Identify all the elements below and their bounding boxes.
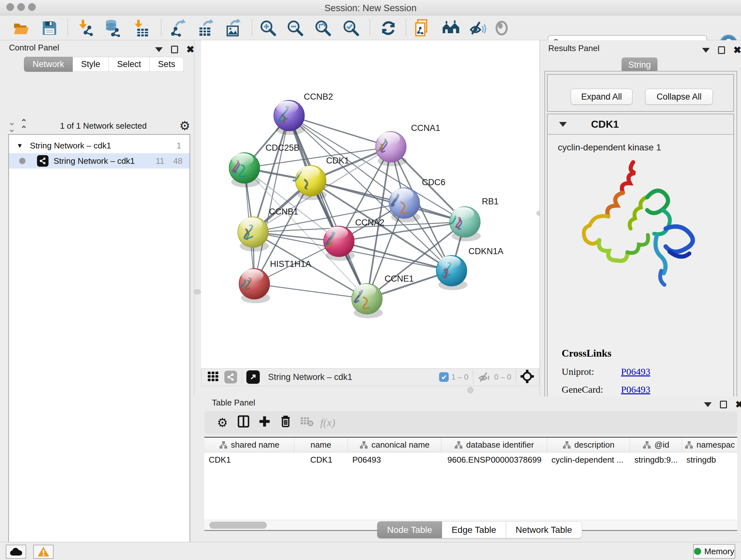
tab-sets[interactable]: Sets [150, 57, 184, 72]
uniprot-link[interactable]: P06493 [621, 366, 650, 377]
tab-network-table[interactable]: Network Table [506, 521, 582, 538]
close-panel-icon[interactable]: ✖ [735, 400, 741, 409]
first-neighbors-button[interactable] [442, 19, 460, 37]
zoom-fit-button[interactable] [314, 19, 332, 37]
table-options-gear-icon[interactable]: ⚙ [212, 416, 233, 430]
memory-button[interactable]: Memory [693, 544, 735, 559]
tab-string[interactable]: String [622, 57, 657, 72]
cloud-status-button[interactable] [6, 545, 26, 559]
cell-database-identifier: 9606.ENSP00000378699 [441, 452, 547, 468]
import-network-icon [77, 19, 94, 37]
scrollbar-thumb[interactable] [209, 522, 267, 529]
string-results-container: Expand All Collapse All CDK1 cyclin-depe… [544, 71, 737, 414]
node-label-CCNB2: CCNB2 [304, 92, 333, 102]
toolbar-separator [161, 19, 161, 37]
save-session-button[interactable] [40, 19, 59, 37]
export-image-button[interactable] [224, 19, 242, 37]
close-panel-icon[interactable]: ✖ [733, 45, 741, 55]
close-panel-icon[interactable]: ✖ [186, 45, 194, 54]
collapse-section-caret-icon[interactable] [559, 122, 567, 127]
birds-eye-view-button[interactable] [246, 370, 260, 384]
warnings-button[interactable] [33, 545, 54, 559]
column-header-name[interactable]: name [294, 438, 348, 452]
tab-style[interactable]: Style [73, 57, 109, 72]
network-options-gear-icon[interactable]: ⚙ [179, 120, 190, 132]
add-column-icon[interactable] [254, 416, 275, 430]
edge-count: 48 [173, 156, 183, 166]
network-view-button[interactable] [224, 371, 237, 383]
crosslink-label: Uniprot: [562, 366, 621, 377]
column-header-database-identifier[interactable]: database identifier [441, 438, 547, 452]
eye-icon [493, 20, 510, 36]
open-session-button[interactable] [12, 19, 30, 37]
network-selection-status: 1 of 1 Network selected [27, 121, 179, 131]
tab-select[interactable]: Select [109, 57, 150, 72]
toolbar-separator [252, 19, 253, 37]
share-icon [226, 373, 235, 381]
panel-menu-caret-icon[interactable] [702, 48, 710, 53]
export-network-button[interactable] [170, 19, 188, 37]
network-row[interactable]: String Network – cdk1 11 48 [9, 153, 190, 169]
collapse-all-button[interactable]: Collapse All [645, 89, 713, 105]
expand-all-chevron-icon[interactable]: ⌃⌃ [20, 119, 27, 132]
hide-selected-button[interactable] [468, 19, 487, 37]
expand-all-button[interactable]: Expand All [570, 89, 632, 105]
delete-table-icon [296, 416, 317, 430]
cell-name: CDK1 [294, 452, 348, 468]
export-table-icon [198, 19, 214, 37]
show-columns-icon[interactable] [233, 415, 254, 430]
panel-menu-caret-icon[interactable] [704, 402, 712, 407]
collapse-all-chevron-icon[interactable]: ⌄⌄ [8, 119, 15, 132]
column-header-namespace[interactable]: namespac [682, 438, 737, 452]
delete-column-icon[interactable] [275, 415, 296, 431]
export-table-button[interactable] [197, 19, 215, 37]
splitter-handle[interactable] [467, 387, 474, 393]
show-all-button[interactable] [492, 19, 511, 37]
column-header-description[interactable]: description [547, 438, 630, 452]
tab-edge-table[interactable]: Edge Table [442, 521, 506, 538]
node-label-CCNB1: CCNB1 [269, 207, 298, 216]
float-panel-icon[interactable] [720, 401, 727, 408]
import-database-button[interactable] [103, 19, 122, 37]
zoom-in-button[interactable] [259, 19, 277, 37]
float-panel-icon[interactable] [718, 46, 725, 54]
tab-node-table[interactable]: Node Table [377, 521, 442, 538]
collection-expander-icon[interactable]: ▼ [17, 142, 23, 149]
column-type-icon [454, 441, 463, 449]
column-header-id[interactable]: @id [630, 438, 682, 452]
splitter-handle[interactable] [194, 289, 201, 294]
table-panel: Table Panel ✖ ⚙ f(x) [201, 396, 741, 542]
float-panel-icon[interactable] [171, 46, 178, 53]
tab-network[interactable]: Network [24, 57, 73, 72]
collection-name: String Network – cdk1 [30, 141, 111, 151]
column-header-canonical-name[interactable]: canonical name [348, 438, 441, 452]
open-folder-icon [13, 20, 29, 37]
panel-menu-caret-icon[interactable] [155, 47, 163, 52]
zoom-out-button[interactable] [286, 19, 305, 37]
edge-HIST1H1A-CCNE1 [254, 284, 367, 299]
network-canvas[interactable]: CCNB2CCNA1CDC25BCDK1CDC6RB1CCNB1CCNA2CDK… [201, 40, 539, 368]
fit-content-button[interactable] [521, 370, 534, 384]
import-table-button[interactable] [132, 19, 150, 37]
network-name: String Network – cdk1 [54, 156, 135, 166]
apply-layout-button[interactable] [379, 19, 398, 37]
duplicate-network-button[interactable] [414, 19, 432, 37]
grid-view-button[interactable] [207, 370, 219, 384]
table-toolbar: ⚙ f(x) [204, 411, 737, 434]
protein-details-box: CDK1 cyclin-dependent kinase 1 [547, 114, 734, 412]
network-collection-row[interactable]: ▼ String Network – cdk1 1 [9, 138, 190, 153]
import-database-icon [104, 19, 121, 37]
table-header-row: shared name name canonical name database… [204, 438, 737, 452]
genecard-link[interactable]: P06493 [621, 384, 650, 395]
table-row[interactable]: CDK1 CDK1 P06493 9606.ENSP00000378699 cy… [204, 452, 737, 468]
column-header-shared-name[interactable]: shared name [204, 438, 294, 452]
zoom-selected-button[interactable] [342, 19, 360, 37]
network-view-toolbar: String Network – cdk1 1 – 0 0 – 0 [201, 368, 539, 386]
hidden-node-edge-counts: 0 – 0 [494, 373, 511, 381]
protein-header[interactable]: CDK1 [548, 114, 733, 135]
vertical-splitter[interactable] [194, 40, 201, 396]
string-network-graph[interactable]: CCNB2CCNA1CDC25BCDK1CDC6RB1CCNB1CCNA2CDK… [201, 40, 539, 368]
crosshair-icon [521, 370, 534, 383]
import-network-button[interactable] [76, 19, 95, 37]
selected-checkbox-icon[interactable] [439, 372, 449, 382]
